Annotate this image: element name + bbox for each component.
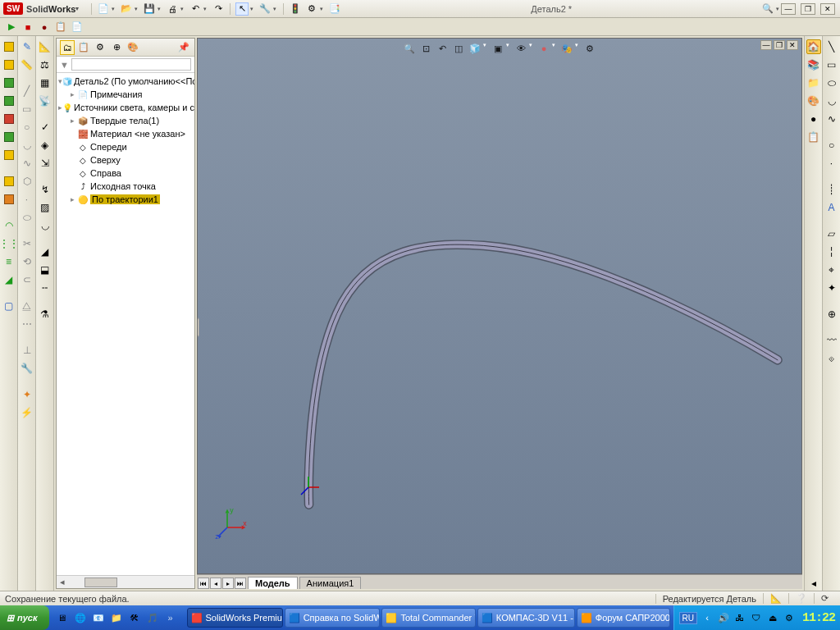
tab-model[interactable]: Модель — [248, 577, 298, 589]
resources-tab-icon[interactable]: 🏠 — [806, 39, 821, 54]
geometry-analysis-icon[interactable]: ◈ — [38, 138, 52, 153]
ql-app6-icon[interactable]: 🎵 — [144, 609, 161, 627]
tree-tab-config-icon[interactable]: ⚙ — [93, 40, 107, 55]
circle-icon[interactable]: ○ — [20, 120, 34, 135]
line-icon[interactable]: ╱ — [20, 84, 34, 98]
tab-first-button[interactable]: ⏮ — [198, 578, 209, 589]
rib-icon[interactable]: ≡ — [2, 254, 16, 269]
tree-item[interactable]: ▸📄Примечания — [58, 88, 193, 101]
measure-icon[interactable]: 📐 — [38, 39, 52, 54]
task-button[interactable]: 🟥SolidWorks Premium 2… — [187, 608, 283, 628]
trim-icon[interactable]: ✂ — [20, 236, 34, 251]
task-button[interactable]: 🟧Форум САПР2000 -> … — [577, 608, 670, 628]
point-icon[interactable]: · — [20, 192, 34, 207]
redo-icon[interactable]: ↷ — [212, 2, 225, 16]
tree-tab-display-icon[interactable]: 🎨 — [126, 40, 140, 55]
ql-desktop-icon[interactable]: 🖥 — [54, 609, 71, 627]
tray-usb-icon[interactable]: ⏏ — [766, 611, 779, 624]
ellipse-icon[interactable]: ⬭ — [20, 210, 34, 225]
help-drop-icon[interactable]: ▾ — [776, 6, 779, 12]
loft-boss-icon[interactable] — [2, 94, 16, 108]
design-library-tab-icon[interactable]: 📚 — [806, 57, 821, 72]
origin-marker[interactable] — [296, 475, 321, 500]
ql-app5-icon[interactable]: 🛠 — [126, 609, 143, 627]
collapse-taskpane-icon[interactable]: ◂ — [806, 576, 821, 591]
axis-icon[interactable]: ╎ — [824, 244, 839, 259]
sketch-arc2-icon[interactable]: ◡ — [824, 94, 839, 108]
plane-icon[interactable]: ▱ — [824, 226, 839, 241]
graphics-viewport[interactable]: 🔍 ⊡ ↶ ◫ 🧊▾ ▣▾ 👁▾ ●▾ 🎭▾ ⚙ — ❐ ✕ — [197, 38, 802, 574]
custom-props-tab-icon[interactable]: 📋 — [806, 130, 821, 144]
tree-tab-property-icon[interactable]: 📋 — [76, 40, 91, 55]
status-rebuild-icon[interactable]: ⟳ — [814, 593, 835, 604]
print-icon[interactable]: 🖨 — [166, 2, 179, 16]
centerline-icon[interactable]: ┊ — [824, 182, 839, 197]
view-palette-tab-icon[interactable]: 🎨 — [806, 94, 821, 108]
options-icon[interactable]: ⚙ — [305, 2, 318, 16]
select-icon[interactable]: ↖ — [235, 2, 249, 16]
spline-icon[interactable]: ∿ — [20, 156, 34, 171]
swept-cut-icon[interactable] — [2, 192, 16, 207]
new-macro-icon[interactable]: 📄 — [71, 21, 84, 34]
smart-dim-icon[interactable]: 📏 — [20, 57, 34, 72]
simulation-icon[interactable]: ⚗ — [38, 307, 52, 322]
sketch-circle2-icon[interactable]: ○ — [824, 138, 839, 153]
convert-icon[interactable]: ⟲ — [20, 254, 34, 269]
quick-snaps-icon[interactable]: ✦ — [20, 387, 34, 402]
file-explorer-tab-icon[interactable]: 📁 — [806, 75, 821, 90]
undo-drop-icon[interactable]: ▾ — [203, 6, 207, 12]
open-drop-icon[interactable]: ▾ — [135, 6, 138, 12]
import-diag-icon[interactable]: ⇲ — [38, 156, 52, 171]
revolve-boss-icon[interactable] — [2, 57, 16, 72]
display-relations-icon[interactable]: ⊥ — [20, 343, 34, 358]
toolbox-icon[interactable]: 📑 — [328, 2, 341, 16]
save-drop-icon[interactable]: ▾ — [158, 6, 161, 12]
rapid-sketch-icon[interactable]: ⚡ — [20, 405, 34, 420]
print-drop-icon[interactable]: ▾ — [180, 6, 184, 12]
undo-icon[interactable]: ↶ — [189, 2, 202, 16]
ref-point-icon[interactable]: ✦ — [824, 281, 839, 295]
tab-prev-button[interactable]: ◂ — [210, 578, 221, 589]
sketch-icon[interactable]: ✎ — [20, 39, 34, 54]
text-icon[interactable]: A — [824, 200, 839, 215]
mate-ref-icon[interactable]: ⊕ — [824, 307, 839, 322]
ql-outlook-icon[interactable]: 📧 — [90, 609, 107, 627]
tree-tab-feature-icon[interactable]: 🗂 — [60, 40, 75, 55]
ql-ie-icon[interactable]: 🌐 — [72, 609, 89, 627]
mass-props-icon[interactable]: ⚖ — [38, 57, 52, 72]
tree-item[interactable]: ⤴Исходная точка — [58, 180, 193, 193]
app-menu-drop-icon[interactable]: ▼ — [74, 6, 80, 11]
stop-macro-icon[interactable]: ■ — [21, 21, 34, 34]
tree-item[interactable]: 🧱Материал <не указан> — [58, 127, 193, 140]
tree-filter-input[interactable] — [71, 58, 191, 71]
curves-icon[interactable]: 〰 — [824, 333, 839, 348]
ql-app4-icon[interactable]: 📁 — [108, 609, 125, 627]
ql-expand-icon[interactable]: » — [162, 609, 179, 627]
edit-macro-icon[interactable]: 📋 — [54, 21, 67, 34]
undercut-icon[interactable]: ⬓ — [38, 262, 52, 277]
tree-item[interactable]: ▸📦Твердые тела(1) — [58, 114, 193, 127]
pattern-icon[interactable]: ⋮⋮ — [2, 236, 16, 251]
boundary-boss-icon[interactable] — [2, 112, 16, 126]
tab-next-button[interactable]: ▸ — [222, 578, 234, 589]
tray-network-icon[interactable]: 🖧 — [733, 611, 746, 624]
swept-boss-icon[interactable] — [2, 75, 16, 90]
tab-animation[interactable]: Анимация1 — [299, 577, 362, 589]
deviation-icon[interactable]: ↯ — [38, 182, 52, 197]
status-units-icon[interactable]: 📐 — [763, 593, 788, 604]
polygon-icon[interactable]: ⬡ — [20, 174, 34, 189]
zebra-icon[interactable]: ▨ — [38, 200, 52, 215]
hole-wizard-icon[interactable] — [2, 148, 16, 162]
scrollbar-thumb[interactable] — [84, 578, 117, 587]
save-icon[interactable]: 💾 — [143, 2, 156, 16]
sketch-slot2-icon[interactable]: ⬭ — [824, 75, 839, 90]
record-macro-icon[interactable]: ● — [38, 21, 51, 34]
section-props-icon[interactable]: ▦ — [38, 75, 52, 90]
rectangle-icon[interactable]: ▭ — [20, 102, 34, 116]
tray-expand-icon[interactable]: ‹ — [701, 611, 714, 624]
minimize-button[interactable]: — — [781, 3, 796, 15]
arc-icon[interactable]: ◡ — [20, 138, 34, 153]
expand-icon[interactable]: ▸ — [68, 90, 77, 98]
curvature-icon[interactable]: ◡ — [38, 218, 52, 233]
tree-item[interactable]: ◇Сверху — [58, 153, 193, 167]
